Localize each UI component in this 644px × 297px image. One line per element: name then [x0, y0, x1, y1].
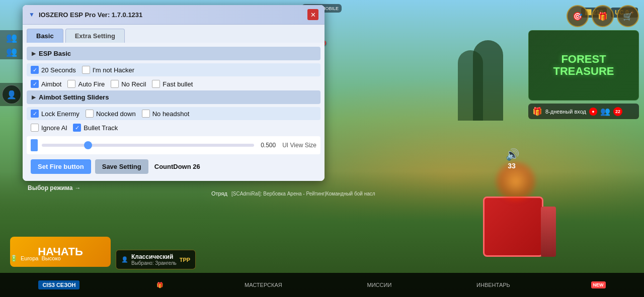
checkbox-fast-bullet-label: Fast bullet: [163, 80, 193, 88]
checkbox-20-seconds-label: 20 Seconds: [41, 66, 76, 74]
checkbox-no-headshot-label: No headshot: [152, 110, 190, 118]
battery-icon: 🔋: [10, 255, 18, 262]
checkbox-fast-bullet[interactable]: Fast bullet: [152, 80, 193, 88]
region-bar: 🔋 Europa Высоко: [10, 255, 61, 262]
bottom-navigation-bar: СIS3 СЕЗОН 🎁 МАСТЕРСКАЯ МИССИИ ИНВЕНТАРЬ…: [0, 273, 644, 297]
aimbot-sliders-title: Aimbot Setting Sliders: [39, 93, 109, 101]
checkbox-no-recil[interactable]: No Recil: [111, 80, 146, 88]
squad-status-area: Отряд [SCAdmiRaI]: Вербовка Арена - Рейт…: [211, 190, 375, 196]
checkbox-no-recil-label: No Recil: [121, 80, 146, 88]
squad-icon: 👥: [6, 32, 17, 43]
slider-handle-indicator: [31, 139, 38, 151]
checkbox-20-seconds-box[interactable]: ✓: [31, 66, 39, 74]
squad-sidebar: 👤: [0, 83, 23, 106]
squad-info-text: [SCAdmiRaI]: Вербовка Арена - Рейтинг|Ко…: [231, 191, 375, 196]
target-shop-btn[interactable]: 🎯: [567, 5, 589, 27]
chest-shop-btn[interactable]: 🎁: [592, 5, 614, 27]
squad-label: Отряд: [211, 190, 227, 196]
daily-login-row[interactable]: 🎁 8-дневный вход ● 👥 22: [528, 104, 639, 119]
save-setting-button[interactable]: Save Setting: [95, 159, 148, 174]
new-badge: NEW: [591, 281, 606, 288]
mode-info: Классический Выбрано: Зрангель: [131, 253, 177, 266]
forest-treasure-banner[interactable]: FORESTTREASURE: [528, 30, 639, 101]
slider-track[interactable]: [42, 144, 254, 147]
mode-icon: 👤: [121, 256, 128, 263]
signal-label: Высоко: [41, 255, 60, 261]
checkbox-nocked-down[interactable]: Nocked down: [86, 110, 136, 118]
checkbox-no-headshot[interactable]: No headshot: [142, 110, 190, 118]
avatar-icon: 👤: [2, 85, 21, 104]
checkbox-bullet-track[interactable]: ✓ Bullet Track: [73, 124, 118, 132]
checkbox-aimbot-box[interactable]: ✓: [31, 80, 39, 88]
esp-buttons-row: Set Fire button Save Setting CountDown 2…: [27, 156, 320, 177]
aimbot-sliders-arrow-icon: ▶: [32, 94, 36, 101]
checkbox-no-headshot-box[interactable]: [142, 110, 150, 118]
cis-season-nav[interactable]: СIS3 СЕЗОН: [38, 280, 79, 289]
team-icon: 👥: [6, 46, 17, 57]
gift-nav-icon: 🎁: [156, 282, 164, 288]
daily-login-label: 8-дневный вход: [545, 109, 586, 115]
mode-selector[interactable]: 👤 Классический Выбрано: Зрангель TPP: [116, 250, 196, 269]
tab-basic[interactable]: Basic: [27, 29, 63, 43]
slider-thumb[interactable]: [84, 141, 92, 149]
start-button[interactable]: НАЧАТЬ: [10, 237, 111, 267]
tab-missions[interactable]: МИССИИ: [363, 280, 396, 290]
row-lock-enemy: ✓ Lock Enermy Nocked down No headshot: [27, 107, 320, 120]
checkbox-not-hacker-box[interactable]: [82, 66, 90, 74]
esp-basic-title: ESP Basic: [39, 50, 71, 57]
shop-icons-row: 🎯 🎁 🛒: [528, 5, 639, 27]
cart-shop-btn[interactable]: 🛒: [617, 5, 639, 27]
left-sidebar: 👥 👥: [0, 30, 23, 59]
checkbox-lock-enemy[interactable]: ✓ Lock Enermy: [31, 110, 79, 118]
checkbox-nocked-down-label: Nocked down: [96, 110, 136, 118]
esp-panel: ▼ IOSZERO ESP Pro Ver: 1.7.0.1231 ✕ Basi…: [23, 5, 325, 181]
volume-icon[interactable]: 🔊: [506, 148, 519, 161]
checkbox-auto-fire[interactable]: Auto Fire: [67, 80, 105, 88]
region-label: Europa: [21, 255, 38, 261]
forest-treasure-title: FORESTTREASURE: [553, 53, 614, 77]
checkbox-not-hacker-label: I'm not Hacker: [93, 66, 134, 74]
countdown-label: CountDown 26: [154, 163, 200, 170]
tab-workshop[interactable]: МАСТЕРСКАЯ: [240, 280, 286, 290]
checkbox-bullet-track-label: Bullet Track: [84, 124, 118, 132]
checkbox-not-hacker[interactable]: I'm not Hacker: [82, 66, 134, 74]
checkbox-auto-fire-label: Auto Fire: [78, 80, 105, 88]
gift-icon: 🎁: [532, 107, 542, 116]
esp-basic-section-header[interactable]: ▶ ESP Basic: [27, 47, 320, 60]
esp-tabs: Basic Extra Setting: [23, 25, 325, 43]
cis-badge: СIS3 СЕЗОН: [38, 280, 79, 289]
tpp-label: TPP: [180, 257, 190, 263]
tab-inventory[interactable]: ИНВЕНТАРЬ: [472, 280, 514, 290]
esp-title-left: ▼ IOSZERO ESP Pro Ver: 1.7.0.1231: [29, 11, 142, 19]
row-ignore-bullet: Ignore Al ✓ Bullet Track: [27, 121, 320, 134]
checkbox-ignore-ai[interactable]: Ignore Al: [31, 124, 67, 132]
aimbot-sliders-header[interactable]: ▶ Aimbot Setting Sliders: [27, 90, 320, 104]
checkbox-bullet-track-box[interactable]: ✓: [73, 124, 81, 132]
mode-name: Классический: [131, 253, 177, 260]
set-fire-button[interactable]: Set Fire button: [31, 159, 91, 174]
checkbox-no-recil-box[interactable]: [111, 80, 119, 88]
mode-sub: Выбрано: Зрангель: [131, 260, 177, 266]
esp-content: ▶ ESP Basic ✓ 20 Seconds I'm not Hacker …: [23, 43, 325, 181]
row-seconds-hacker: ✓ 20 Seconds I'm not Hacker: [27, 63, 320, 76]
checkbox-auto-fire-box[interactable]: [67, 80, 75, 88]
checkbox-ignore-ai-label: Ignore Al: [41, 124, 67, 132]
checkbox-fast-bullet-box[interactable]: [152, 80, 160, 88]
esp-close-button[interactable]: ✕: [307, 9, 318, 20]
tab-extra-setting[interactable]: Extra Setting: [65, 29, 125, 43]
checkbox-lock-enemy-box[interactable]: ✓: [31, 110, 39, 118]
checkbox-20-seconds[interactable]: ✓ 20 Seconds: [31, 66, 76, 74]
volume-count[interactable]: 33: [504, 162, 519, 170]
checkbox-nocked-down-box[interactable]: [86, 110, 94, 118]
row-aimbot: ✓ Aimbot Auto Fire No Recil Fast bullet: [27, 77, 320, 90]
esp-title-arrow-icon: ▼: [29, 11, 35, 18]
gift-nav[interactable]: 🎁: [156, 282, 164, 288]
checkbox-aimbot[interactable]: ✓ Aimbot: [31, 80, 61, 88]
slider-row: 0.500 UI View Size: [27, 136, 320, 154]
slider-value: 0.500: [258, 142, 278, 149]
checkbox-ignore-ai-box[interactable]: [31, 124, 39, 132]
checkbox-aimbot-label: Aimbot: [41, 80, 61, 88]
right-panel: 🎯 🎁 🛒 FORESTTREASURE 🎁 8-дневный вход ● …: [528, 5, 639, 119]
esp-basic-arrow-icon: ▶: [32, 50, 36, 57]
mode-selection-label: Выбор режима →: [28, 184, 80, 191]
